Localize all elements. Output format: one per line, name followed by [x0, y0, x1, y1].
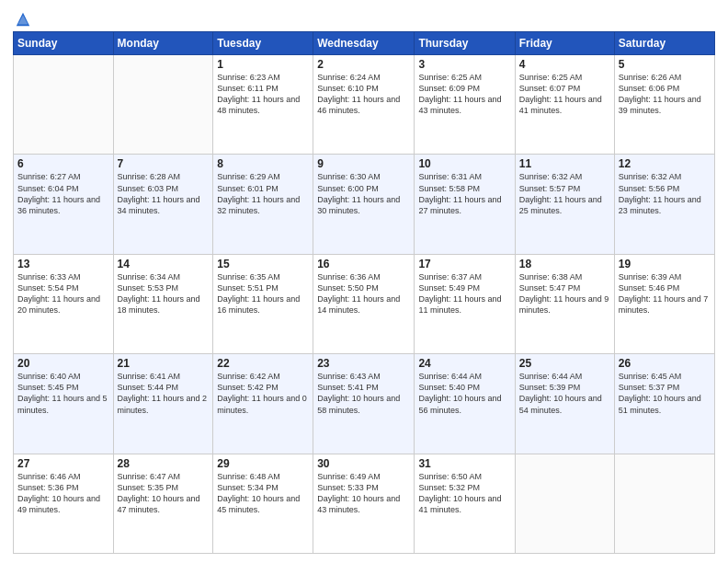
day-number: 15 — [217, 258, 309, 270]
calendar-cell: 4Sunrise: 6:25 AM Sunset: 6:07 PM Daylig… — [515, 55, 614, 155]
calendar-table: SundayMondayTuesdayWednesdayThursdayFrid… — [13, 31, 715, 554]
day-number: 28 — [118, 457, 210, 470]
day-number: 27 — [17, 457, 109, 470]
day-number: 23 — [317, 357, 410, 370]
day-number: 25 — [519, 357, 610, 370]
calendar-cell — [614, 454, 714, 553]
day-number: 13 — [17, 258, 109, 270]
day-number: 29 — [217, 457, 309, 470]
day-number: 9 — [317, 157, 410, 170]
calendar-cell: 18Sunrise: 6:38 AM Sunset: 5:47 PM Dayli… — [515, 254, 614, 353]
day-header-sunday: Sunday — [14, 32, 114, 55]
calendar-cell — [14, 55, 114, 155]
calendar-cell: 9Sunrise: 6:30 AM Sunset: 6:00 PM Daylig… — [313, 155, 415, 254]
day-number: 19 — [619, 258, 711, 270]
day-number: 1 — [217, 58, 309, 71]
day-number: 30 — [317, 457, 410, 470]
calendar-cell — [515, 454, 614, 553]
calendar-cell: 22Sunrise: 6:42 AM Sunset: 5:42 PM Dayli… — [213, 354, 313, 454]
day-info: Sunrise: 6:36 AM Sunset: 5:50 PM Dayligh… — [317, 271, 410, 316]
day-number: 20 — [17, 357, 109, 370]
day-info: Sunrise: 6:29 AM Sunset: 6:01 PM Dayligh… — [217, 171, 309, 216]
logo — [13, 9, 31, 26]
day-number: 6 — [17, 157, 109, 170]
day-number: 16 — [317, 258, 410, 270]
calendar-cell: 26Sunrise: 6:45 AM Sunset: 5:37 PM Dayli… — [614, 354, 714, 454]
day-number: 24 — [418, 357, 510, 370]
calendar-cell: 21Sunrise: 6:41 AM Sunset: 5:44 PM Dayli… — [113, 354, 213, 454]
calendar-cell: 29Sunrise: 6:48 AM Sunset: 5:34 PM Dayli… — [213, 454, 313, 553]
calendar-cell: 15Sunrise: 6:35 AM Sunset: 5:51 PM Dayli… — [213, 254, 313, 353]
day-info: Sunrise: 6:50 AM Sunset: 5:32 PM Dayligh… — [418, 471, 510, 516]
day-number: 3 — [418, 58, 510, 71]
calendar-cell: 28Sunrise: 6:47 AM Sunset: 5:35 PM Dayli… — [113, 454, 213, 553]
day-number: 12 — [619, 157, 711, 170]
calendar-cell: 7Sunrise: 6:28 AM Sunset: 6:03 PM Daylig… — [113, 155, 213, 254]
calendar-cell — [113, 55, 213, 155]
day-number: 2 — [317, 58, 410, 71]
day-info: Sunrise: 6:26 AM Sunset: 6:06 PM Dayligh… — [619, 72, 711, 117]
day-info: Sunrise: 6:33 AM Sunset: 5:54 PM Dayligh… — [17, 271, 109, 316]
day-info: Sunrise: 6:23 AM Sunset: 6:11 PM Dayligh… — [217, 72, 309, 117]
day-info: Sunrise: 6:40 AM Sunset: 5:45 PM Dayligh… — [17, 371, 109, 416]
day-number: 4 — [519, 58, 610, 71]
day-header-saturday: Saturday — [614, 32, 714, 55]
calendar-cell: 17Sunrise: 6:37 AM Sunset: 5:49 PM Dayli… — [415, 254, 515, 353]
day-number: 31 — [418, 457, 510, 470]
calendar-cell: 19Sunrise: 6:39 AM Sunset: 5:46 PM Dayli… — [614, 254, 714, 353]
day-header-tuesday: Tuesday — [213, 32, 313, 55]
day-info: Sunrise: 6:32 AM Sunset: 5:56 PM Dayligh… — [619, 171, 711, 216]
calendar-cell: 2Sunrise: 6:24 AM Sunset: 6:10 PM Daylig… — [313, 55, 415, 155]
day-number: 18 — [519, 258, 610, 270]
calendar-cell: 24Sunrise: 6:44 AM Sunset: 5:40 PM Dayli… — [415, 354, 515, 454]
day-info: Sunrise: 6:25 AM Sunset: 6:07 PM Dayligh… — [519, 72, 610, 117]
calendar-cell: 23Sunrise: 6:43 AM Sunset: 5:41 PM Dayli… — [313, 354, 415, 454]
day-info: Sunrise: 6:38 AM Sunset: 5:47 PM Dayligh… — [519, 271, 610, 316]
day-number: 26 — [619, 357, 711, 370]
day-info: Sunrise: 6:45 AM Sunset: 5:37 PM Dayligh… — [619, 371, 711, 416]
calendar-header-row: SundayMondayTuesdayWednesdayThursdayFrid… — [14, 32, 715, 55]
day-info: Sunrise: 6:42 AM Sunset: 5:42 PM Dayligh… — [217, 371, 309, 416]
day-number: 21 — [118, 357, 210, 370]
day-info: Sunrise: 6:43 AM Sunset: 5:41 PM Dayligh… — [317, 371, 410, 416]
day-number: 10 — [418, 157, 510, 170]
day-info: Sunrise: 6:28 AM Sunset: 6:03 PM Dayligh… — [118, 171, 210, 216]
calendar-cell: 25Sunrise: 6:44 AM Sunset: 5:39 PM Dayli… — [515, 354, 614, 454]
calendar-cell: 16Sunrise: 6:36 AM Sunset: 5:50 PM Dayli… — [313, 254, 415, 353]
day-info: Sunrise: 6:47 AM Sunset: 5:35 PM Dayligh… — [118, 471, 210, 516]
day-info: Sunrise: 6:30 AM Sunset: 6:00 PM Dayligh… — [317, 171, 410, 216]
calendar-cell: 10Sunrise: 6:31 AM Sunset: 5:58 PM Dayli… — [415, 155, 515, 254]
day-number: 11 — [519, 157, 610, 170]
calendar-cell: 30Sunrise: 6:49 AM Sunset: 5:33 PM Dayli… — [313, 454, 415, 553]
calendar-cell: 8Sunrise: 6:29 AM Sunset: 6:01 PM Daylig… — [213, 155, 313, 254]
calendar-cell: 12Sunrise: 6:32 AM Sunset: 5:56 PM Dayli… — [614, 155, 714, 254]
day-info: Sunrise: 6:32 AM Sunset: 5:57 PM Dayligh… — [519, 171, 610, 216]
day-info: Sunrise: 6:48 AM Sunset: 5:34 PM Dayligh… — [217, 471, 309, 516]
day-info: Sunrise: 6:24 AM Sunset: 6:10 PM Dayligh… — [317, 72, 410, 117]
day-number: 7 — [118, 157, 210, 170]
calendar-cell: 20Sunrise: 6:40 AM Sunset: 5:45 PM Dayli… — [14, 354, 114, 454]
calendar-cell: 31Sunrise: 6:50 AM Sunset: 5:32 PM Dayli… — [415, 454, 515, 553]
calendar-cell: 5Sunrise: 6:26 AM Sunset: 6:06 PM Daylig… — [614, 55, 714, 155]
day-info: Sunrise: 6:39 AM Sunset: 5:46 PM Dayligh… — [619, 271, 711, 316]
day-number: 22 — [217, 357, 309, 370]
day-info: Sunrise: 6:34 AM Sunset: 5:53 PM Dayligh… — [118, 271, 210, 316]
day-number: 8 — [217, 157, 309, 170]
calendar-cell: 3Sunrise: 6:25 AM Sunset: 6:09 PM Daylig… — [415, 55, 515, 155]
day-info: Sunrise: 6:46 AM Sunset: 5:36 PM Dayligh… — [17, 471, 109, 516]
calendar-cell: 14Sunrise: 6:34 AM Sunset: 5:53 PM Dayli… — [113, 254, 213, 353]
day-info: Sunrise: 6:37 AM Sunset: 5:49 PM Dayligh… — [418, 271, 510, 316]
calendar-cell: 11Sunrise: 6:32 AM Sunset: 5:57 PM Dayli… — [515, 155, 614, 254]
day-header-monday: Monday — [113, 32, 213, 55]
calendar-cell: 13Sunrise: 6:33 AM Sunset: 5:54 PM Dayli… — [14, 254, 114, 353]
calendar-week-row: 27Sunrise: 6:46 AM Sunset: 5:36 PM Dayli… — [14, 454, 715, 553]
page: SundayMondayTuesdayWednesdayThursdayFrid… — [0, 0, 728, 563]
calendar-cell: 1Sunrise: 6:23 AM Sunset: 6:11 PM Daylig… — [213, 55, 313, 155]
logo-icon — [15, 11, 31, 28]
day-header-thursday: Thursday — [415, 32, 515, 55]
day-number: 17 — [418, 258, 510, 270]
day-info: Sunrise: 6:27 AM Sunset: 6:04 PM Dayligh… — [17, 171, 109, 216]
calendar-week-row: 20Sunrise: 6:40 AM Sunset: 5:45 PM Dayli… — [14, 354, 715, 454]
day-header-friday: Friday — [515, 32, 614, 55]
day-info: Sunrise: 6:35 AM Sunset: 5:51 PM Dayligh… — [217, 271, 309, 316]
